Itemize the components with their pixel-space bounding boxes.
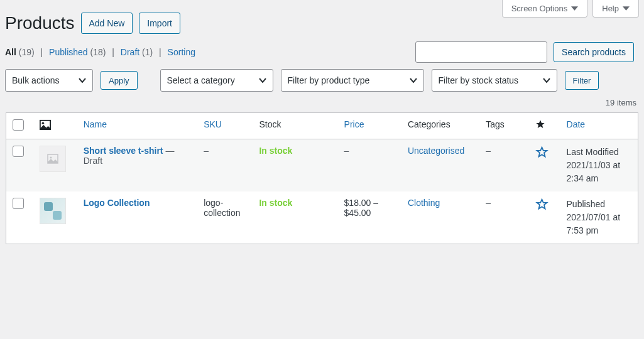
filter-button[interactable]: Filter <box>565 71 599 90</box>
product-name-link[interactable]: Logo Collection <box>84 198 150 208</box>
help-label: Help <box>602 4 619 13</box>
page-title: Products <box>5 13 75 33</box>
view-draft[interactable]: Draft <box>121 47 139 57</box>
image-icon <box>40 119 51 131</box>
stock-status: In stock <box>259 198 292 208</box>
price-cell: – <box>338 139 401 192</box>
select-all-checkbox[interactable] <box>13 119 24 131</box>
row-checkbox[interactable] <box>13 198 24 209</box>
category-link[interactable]: Clothing <box>408 198 440 208</box>
view-filters: All (19) | Published (18) | Draft (1) | … <box>5 47 195 57</box>
column-sku[interactable]: SKU <box>197 113 253 139</box>
caret-down-icon <box>623 5 630 12</box>
product-name-link[interactable]: Short sleeve t-shirt <box>84 146 163 156</box>
column-price[interactable]: Price <box>338 113 401 139</box>
tags-cell: – <box>479 191 529 244</box>
product-thumbnail[interactable] <box>40 146 66 172</box>
tags-cell: – <box>479 139 529 192</box>
date-cell: Published 2021/07/01 at 7:53 pm <box>560 191 638 244</box>
view-all[interactable]: All <box>5 47 16 57</box>
products-table: Name SKU Stock Price Categories Tags Dat… <box>6 112 638 244</box>
search-products-button[interactable]: Search products <box>554 42 634 62</box>
column-categories: Categories <box>401 113 479 139</box>
product-thumbnail[interactable] <box>40 198 66 224</box>
table-row: Logo Collectionlogo-collectionIn stock$1… <box>6 191 638 244</box>
view-sorting[interactable]: Sorting <box>168 47 195 57</box>
placeholder-icon <box>46 153 59 165</box>
column-tags: Tags <box>479 113 529 139</box>
bulk-actions-select[interactable]: Bulk actions <box>5 69 93 92</box>
table-row: Short sleeve t-shirt — Draft–In stock–Un… <box>6 139 638 192</box>
view-published[interactable]: Published <box>49 47 88 57</box>
import-button[interactable]: Import <box>139 13 180 34</box>
svg-point-3 <box>50 157 52 159</box>
add-new-button[interactable]: Add New <box>81 13 133 34</box>
apply-button[interactable]: Apply <box>101 71 138 90</box>
product-type-select[interactable]: Filter by product type <box>281 69 424 92</box>
price-cell: $18.00 – $45.00 <box>338 191 401 244</box>
column-featured <box>529 113 560 139</box>
help-tab[interactable]: Help <box>592 0 639 18</box>
column-stock: Stock <box>253 113 337 139</box>
column-image <box>33 113 77 139</box>
stock-status: In stock <box>259 146 292 156</box>
screen-options-label: Screen Options <box>511 4 568 13</box>
featured-toggle[interactable] <box>529 139 560 192</box>
svg-point-1 <box>41 122 44 125</box>
star-outline-icon <box>535 146 548 159</box>
column-name[interactable]: Name <box>77 113 197 139</box>
chevron-down-icon <box>543 77 550 84</box>
star-icon <box>535 119 545 129</box>
search-input[interactable] <box>415 41 547 63</box>
column-date[interactable]: Date <box>560 113 638 139</box>
date-cell: Last Modified 2021/11/03 at 2:34 am <box>560 139 638 192</box>
chevron-down-icon <box>259 77 266 84</box>
category-link[interactable]: Uncategorised <box>408 146 464 156</box>
star-outline-icon <box>535 198 548 211</box>
screen-options-tab[interactable]: Screen Options <box>502 0 588 18</box>
featured-toggle[interactable] <box>529 191 560 244</box>
caret-down-icon <box>571 5 578 12</box>
category-select[interactable]: Select a category <box>160 69 273 92</box>
item-count: 19 items <box>0 97 644 112</box>
stock-status-select[interactable]: Filter by stock status <box>432 69 557 92</box>
sku-cell: – <box>197 139 253 192</box>
sku-cell: logo-collection <box>197 191 253 244</box>
chevron-down-icon <box>410 77 417 84</box>
row-checkbox[interactable] <box>13 146 24 157</box>
chevron-down-icon <box>79 77 86 84</box>
